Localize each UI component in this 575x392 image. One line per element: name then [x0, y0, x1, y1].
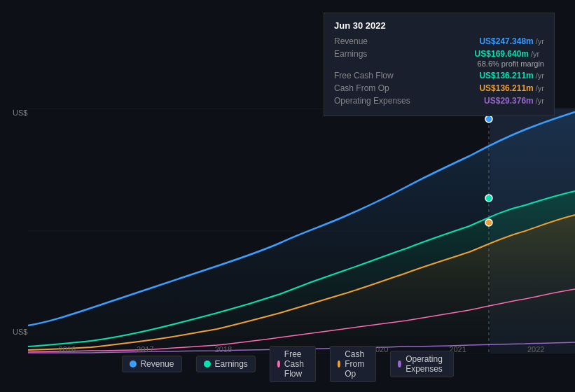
legend-item-opex[interactable]: Operating Expenses [390, 351, 454, 377]
tooltip-value-opex: US$29.376m/yr [484, 96, 544, 106]
tooltip-label-revenue: Revenue [334, 36, 418, 46]
tooltip-row-fcf: Free Cash Flow US$136.211m/yr [334, 71, 544, 80]
tooltip-value-cashfromop: US$136.211m/yr [479, 83, 544, 93]
legend-label-fcf: Free Cash Flow [284, 349, 308, 379]
tooltip-label-cashfromop: Cash From Op [334, 83, 418, 93]
profit-margin: 68.6% profit margin [475, 59, 544, 68]
tooltip-row-revenue: Revenue US$247.348m/yr [334, 36, 544, 46]
svg-point-7 [485, 195, 492, 202]
svg-point-8 [485, 219, 492, 226]
chart-container: Jun 30 2022 Revenue US$247.348m/yr Earni… [0, 0, 575, 392]
legend-label-opex: Operating Expenses [406, 354, 445, 374]
tooltip-label-fcf: Free Cash Flow [334, 71, 418, 80]
tooltip-label-opex: Operating Expenses [334, 96, 418, 106]
svg-point-6 [485, 115, 492, 122]
tooltip-label-earnings: Earnings [334, 49, 418, 59]
tooltip-box: Jun 30 2022 Revenue US$247.348m/yr Earni… [324, 13, 555, 116]
cashfromop-dot [338, 360, 340, 368]
tooltip-row-cashfromop: Cash From Op US$136.211m/yr [334, 83, 544, 93]
tooltip-row-earnings: Earnings US$169.640m/yr 68.6% profit mar… [334, 49, 544, 68]
legend-item-revenue[interactable]: Revenue [121, 356, 181, 372]
legend-item-cashfromop[interactable]: Cash From Op [330, 346, 376, 382]
legend-item-earnings[interactable]: Earnings [195, 356, 255, 372]
fcf-dot [277, 360, 280, 368]
legend: Revenue Earnings Free Cash Flow Cash Fro… [121, 346, 453, 382]
legend-label-earnings: Earnings [214, 359, 247, 369]
tooltip-row-opex: Operating Expenses US$29.376m/yr [334, 96, 544, 106]
earnings-dot [203, 360, 210, 368]
legend-item-fcf[interactable]: Free Cash Flow [270, 346, 316, 382]
x-label-2022: 2022 [527, 345, 544, 354]
tooltip-value-earnings: US$169.640m/yr [475, 49, 540, 59]
legend-label-revenue: Revenue [140, 359, 174, 369]
tooltip-date: Jun 30 2022 [334, 20, 544, 31]
legend-label-cashfromop: Cash From Op [345, 349, 368, 379]
tooltip-value-fcf: US$136.211m/yr [479, 71, 544, 80]
revenue-dot [129, 360, 136, 368]
tooltip-value-revenue: US$247.348m/yr [479, 36, 544, 46]
x-label-2016: 2016 [59, 345, 76, 354]
main-chart [28, 108, 575, 354]
opex-dot [398, 360, 401, 368]
